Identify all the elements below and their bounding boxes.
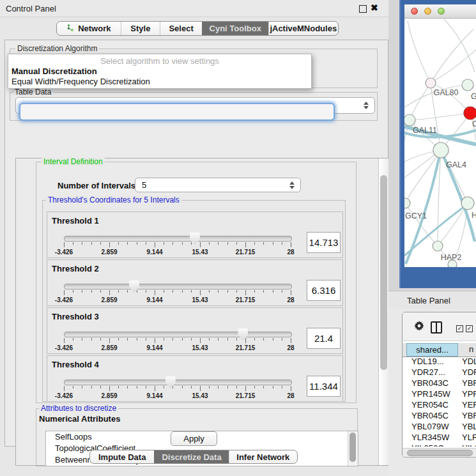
slider-tick bbox=[273, 290, 273, 293]
slider-tick-label: 9.144 bbox=[139, 392, 171, 399]
table-hscrollbar[interactable] bbox=[403, 448, 476, 456]
cell-name: YDR2 bbox=[458, 367, 476, 377]
network-canvas[interactable]: GAL80GCGAL11GAL4GCY1HHAP2 bbox=[404, 18, 476, 267]
threshold-panel: Threshold 1-3.4262.8599.14415.4321.71528… bbox=[47, 211, 343, 258]
dropdown-hint-option[interactable]: Select algorithm to view settings bbox=[8, 56, 311, 66]
slider-tick bbox=[227, 290, 228, 293]
number-of-intervals-combobox[interactable]: 5 bbox=[135, 178, 301, 192]
threshold-value-field[interactable]: 21.4 bbox=[307, 328, 341, 349]
slider-tick bbox=[254, 290, 255, 293]
settings-scrollbar[interactable] bbox=[378, 158, 388, 465]
zoom-traffic-icon[interactable] bbox=[438, 8, 445, 15]
slider-tick bbox=[236, 386, 237, 388]
network-node[interactable] bbox=[426, 78, 436, 88]
slider-tick bbox=[127, 338, 128, 341]
slider-tick-label: 15.43 bbox=[184, 249, 216, 256]
table-row[interactable]: YIL052CYIL0 bbox=[403, 443, 476, 447]
slider-tick bbox=[155, 386, 155, 391]
tab-label: Network bbox=[78, 24, 111, 33]
slider-tick bbox=[155, 242, 155, 247]
table-toolbar: ✓ ✓ bbox=[403, 312, 476, 341]
tab-impute-data[interactable]: Impute Data bbox=[90, 450, 154, 463]
slider-tick bbox=[263, 242, 264, 245]
slider-tick bbox=[100, 338, 101, 341]
settings-scrollbar-thumb[interactable] bbox=[380, 175, 387, 370]
table-row[interactable]: YBR043CYBR0 bbox=[403, 378, 476, 389]
split-columns-icon[interactable] bbox=[431, 321, 442, 334]
network-node[interactable] bbox=[433, 241, 443, 251]
interval-definition-title: Interval Definition bbox=[42, 157, 105, 166]
slider-tick bbox=[200, 338, 201, 343]
gear-icon[interactable] bbox=[413, 320, 425, 334]
threshold-value-field[interactable]: 14.713 bbox=[307, 232, 341, 253]
tab-select[interactable]: Select bbox=[160, 22, 202, 35]
table-panel-title: Table Panel bbox=[407, 296, 450, 305]
slider-tick-label: 9.144 bbox=[139, 344, 171, 351]
float-window-icon[interactable] bbox=[359, 5, 367, 13]
close-icon[interactable]: ✖ bbox=[371, 3, 378, 13]
algorithm-group-title: Discretization Algorithm bbox=[15, 44, 99, 53]
slider-tick-label: -3.426 bbox=[48, 249, 80, 256]
network-node[interactable] bbox=[448, 260, 457, 267]
network-window-titlebar[interactable] bbox=[404, 4, 476, 19]
slider-tick bbox=[91, 242, 92, 245]
slider-tick-label: 15.43 bbox=[184, 344, 216, 351]
table-row[interactable]: YPR145WYPR1 bbox=[403, 389, 476, 400]
network-node[interactable] bbox=[462, 79, 473, 91]
slider-tick bbox=[209, 386, 210, 388]
tab-style[interactable]: Style bbox=[121, 22, 160, 35]
slider-tick-label: 21.715 bbox=[229, 392, 261, 399]
combo-spinner-icon bbox=[288, 181, 296, 189]
tab-cyni-toolbox[interactable]: Cyni Toolbox bbox=[202, 22, 268, 35]
checkbox-icon[interactable]: ✓ bbox=[456, 325, 463, 332]
slider-track[interactable] bbox=[64, 284, 292, 289]
column-header-shared-name[interactable]: shared... bbox=[406, 343, 458, 357]
slider-tick bbox=[245, 242, 246, 247]
slider-track[interactable] bbox=[64, 332, 292, 337]
checkbox-icon[interactable]: ✓ bbox=[466, 325, 473, 332]
node-label: GAL80 bbox=[434, 88, 459, 97]
algorithm-combobox[interactable] bbox=[19, 103, 335, 121]
threshold-value-field[interactable]: 6.316 bbox=[307, 280, 341, 301]
minimize-traffic-icon[interactable] bbox=[424, 8, 431, 15]
slider-tick bbox=[282, 338, 282, 341]
network-node[interactable] bbox=[461, 197, 474, 210]
tab-jactivemnodules[interactable]: jActiveMNodules bbox=[268, 22, 339, 35]
network-node[interactable] bbox=[404, 198, 410, 208]
tab-infer-network[interactable]: Infer Network bbox=[229, 450, 297, 463]
network-node[interactable] bbox=[433, 142, 449, 158]
node-label: C bbox=[472, 119, 476, 128]
table-row[interactable]: YBL079WYBL0 bbox=[403, 422, 476, 433]
slider-tick bbox=[100, 290, 101, 293]
threshold-value-field[interactable]: 11.344 bbox=[307, 376, 341, 397]
apply-button[interactable]: Apply bbox=[171, 431, 217, 446]
network-icon bbox=[66, 24, 75, 34]
table-row[interactable]: YER054CYER0 bbox=[403, 400, 476, 411]
table-hscrollbar-thumb[interactable] bbox=[407, 450, 473, 456]
table-row[interactable]: YDL19...YDL1 bbox=[403, 357, 476, 367]
slider-thumb[interactable] bbox=[238, 328, 248, 341]
tab-network[interactable]: Network bbox=[57, 22, 121, 35]
dropdown-option-manual[interactable]: Manual Discretization bbox=[12, 66, 97, 76]
table-panel: ✓ ✓ shared... n YDL19...YDL1YDR27...YDR2… bbox=[402, 312, 476, 457]
slider-track[interactable] bbox=[64, 236, 292, 242]
table-row[interactable]: YBR045CYBR0 bbox=[403, 411, 476, 422]
close-traffic-icon[interactable] bbox=[411, 8, 418, 15]
attributes-scrollbar[interactable] bbox=[348, 431, 358, 466]
slider-track[interactable] bbox=[64, 380, 292, 385]
tab-label: Discretize Data bbox=[162, 452, 221, 462]
slider-tick-label: 28 bbox=[275, 249, 307, 256]
slider-tick bbox=[82, 338, 82, 341]
network-node[interactable] bbox=[404, 114, 415, 126]
slider-thumb[interactable] bbox=[165, 376, 176, 388]
slider-tick-label: 28 bbox=[275, 392, 307, 399]
slider-tick-label: 2.859 bbox=[93, 249, 125, 256]
network-node[interactable] bbox=[464, 107, 476, 119]
slider-thumb[interactable] bbox=[129, 280, 139, 293]
column-header-name[interactable]: n bbox=[458, 343, 473, 357]
settings-scrollpane: Interval Definition Number of Intervals … bbox=[15, 158, 388, 466]
tab-discretize-data[interactable]: Discretize Data bbox=[154, 450, 228, 463]
table-row[interactable]: YLR345WYLR3 bbox=[403, 433, 476, 443]
table-row[interactable]: YDR27...YDR2 bbox=[403, 367, 476, 378]
dropdown-option-equal-width[interactable]: Equal Width/Frequency Discretization bbox=[12, 77, 150, 86]
